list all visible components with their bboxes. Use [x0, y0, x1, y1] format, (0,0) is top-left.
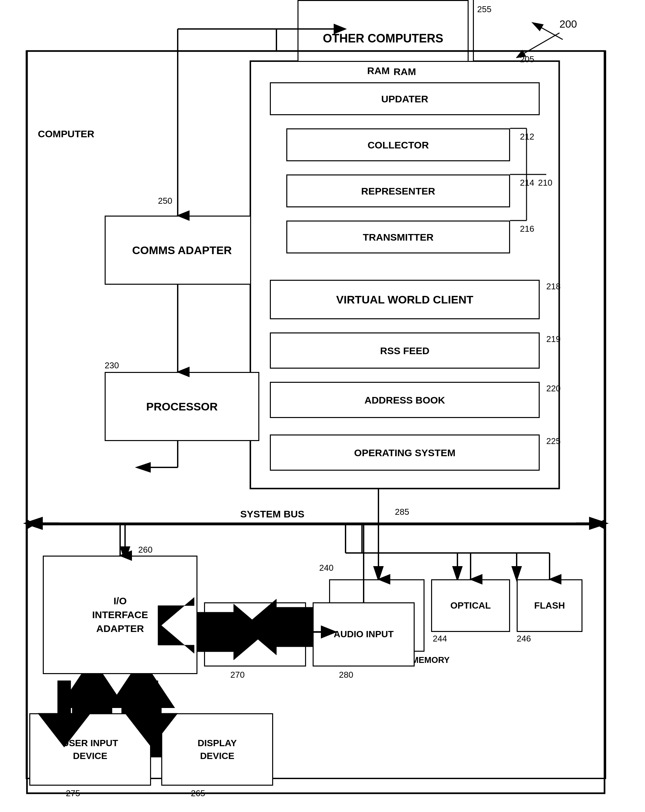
- audio-output-label: AUDIO OUTPUT: [220, 628, 290, 640]
- collector-label: COLLECTOR: [367, 139, 429, 151]
- ref-240: 240: [319, 563, 333, 573]
- transmitter-box: TRANSMITTER: [286, 221, 510, 253]
- audio-output-box: AUDIO OUTPUT: [204, 602, 306, 667]
- ref-212: 212: [520, 132, 534, 142]
- io-interface-label: I/OINTERFACEADAPTER: [92, 594, 148, 636]
- updater-box: UPDATER: [270, 82, 540, 115]
- ref-205: 205: [520, 54, 534, 64]
- ref-285: 285: [395, 507, 409, 517]
- virtual-world-client-label: VIRTUAL WORLD CLIENT: [336, 292, 474, 307]
- processor-label: PROCESSOR: [146, 399, 218, 414]
- flash-label: FLASH: [534, 600, 565, 612]
- ref-255: 255: [477, 4, 491, 14]
- ram-label: RAM: [393, 65, 416, 78]
- user-input-device-box: USER INPUTDEVICE: [29, 713, 151, 786]
- flash-box: FLASH: [517, 579, 582, 632]
- audio-input-box: AUDIO INPUT: [313, 602, 415, 667]
- collector-box: COLLECTOR: [286, 128, 510, 161]
- representer-label: REPRESENTER: [361, 185, 435, 197]
- ref-275: 275: [66, 788, 80, 798]
- ref-260: 260: [138, 545, 152, 555]
- ref-230: 230: [105, 360, 119, 371]
- svg-marker-52: [596, 519, 605, 529]
- system-bus-label: SYSTEM BUS: [240, 508, 304, 520]
- diagram: OTHER COMPUTERS 255 200 COMPUTER COMMS A…: [0, 0, 645, 812]
- optical-box: OPTICAL: [431, 579, 510, 632]
- ref-280: 280: [339, 670, 353, 680]
- ref-220: 220: [546, 383, 560, 394]
- transmitter-label: TRANSMITTER: [363, 231, 434, 244]
- comms-adapter-box: COMMS ADAPTER: [105, 215, 259, 285]
- io-interface-box: I/OINTERFACEADAPTER: [43, 556, 197, 674]
- ref-218: 218: [546, 281, 560, 292]
- ref-270: 270: [230, 670, 244, 680]
- operating-system-label: OPERATING SYSTEM: [354, 446, 456, 459]
- updater-label: UPDATER: [381, 93, 428, 105]
- processor-box: PROCESSOR: [105, 372, 259, 441]
- svg-line-33: [533, 23, 563, 40]
- ref-265: 265: [191, 788, 205, 798]
- ref-214: 214: [520, 178, 534, 188]
- address-book-label: ADDRESS BOOK: [364, 394, 445, 406]
- rss-feed-label: RSS FEED: [380, 344, 430, 357]
- ref-225: 225: [546, 436, 560, 446]
- ref-244: 244: [433, 633, 447, 644]
- representer-box: REPRESENTER: [286, 174, 510, 208]
- ref-219: 219: [546, 334, 560, 344]
- comms-adapter-label: COMMS ADAPTER: [132, 243, 232, 257]
- ref-250: 250: [158, 196, 172, 206]
- computer-label: COMPUTER: [38, 128, 95, 140]
- other-computers-label: OTHER COMPUTERS: [323, 31, 443, 46]
- display-device-label: DISPLAYDEVICE: [198, 737, 237, 762]
- optical-label: OPTICAL: [450, 600, 491, 612]
- display-device-box: DISPLAYDEVICE: [161, 713, 273, 786]
- virtual-world-client-box: VIRTUAL WORLD CLIENT: [270, 280, 540, 319]
- address-book-box: ADDRESS BOOK: [270, 382, 540, 418]
- ref-210: 210: [538, 178, 552, 188]
- ram-box: RAM: [250, 61, 560, 489]
- ref-216: 216: [520, 224, 534, 234]
- ref-246: 246: [517, 633, 531, 644]
- svg-marker-51: [27, 519, 35, 529]
- user-input-device-label: USER INPUTDEVICE: [62, 737, 118, 762]
- rss-feed-box: RSS FEED: [270, 333, 540, 369]
- audio-input-label: AUDIO INPUT: [334, 628, 393, 640]
- operating-system-box: OPERATING SYSTEM: [270, 435, 540, 471]
